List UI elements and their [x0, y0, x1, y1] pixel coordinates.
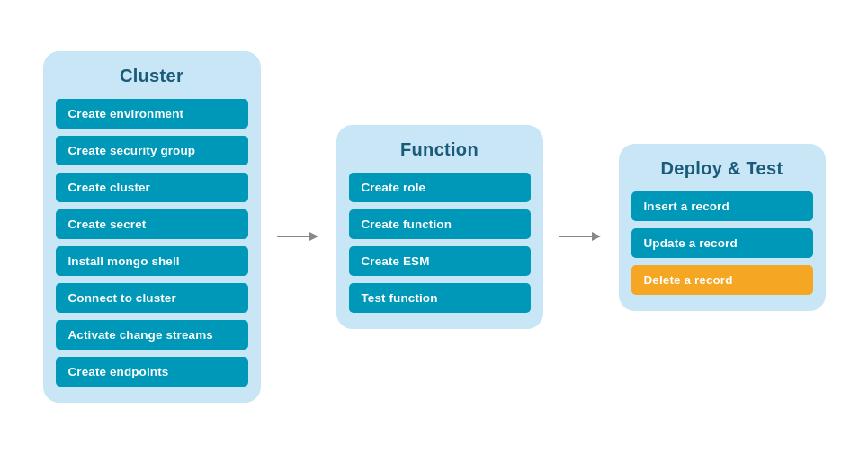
btn-create-environment[interactable]: Create environment [56, 99, 248, 129]
btn-delete-record[interactable]: Delete a record [631, 265, 813, 295]
btn-update-record[interactable]: Update a record [631, 228, 813, 258]
svg-marker-3 [592, 232, 601, 241]
btn-create-esm[interactable]: Create ESM [349, 246, 531, 276]
function-panel: Function Create role Create function Cre… [336, 125, 543, 329]
function-title: Function [400, 139, 479, 160]
deploy-panel: Deploy & Test Insert a record Update a r… [619, 144, 826, 311]
btn-create-function[interactable]: Create function [349, 209, 531, 239]
btn-create-role[interactable]: Create role [349, 173, 531, 202]
diagram: Cluster Create environment Create securi… [16, 33, 853, 421]
cluster-title: Cluster [120, 66, 183, 86]
btn-create-secret[interactable]: Create secret [56, 209, 248, 239]
btn-test-function[interactable]: Test function [349, 283, 531, 313]
btn-create-endpoints[interactable]: Create endpoints [56, 357, 248, 387]
btn-create-cluster[interactable]: Create cluster [56, 173, 248, 202]
svg-marker-1 [309, 232, 318, 241]
btn-create-security-group[interactable]: Create security group [56, 136, 248, 165]
arrow-cluster-to-function [261, 226, 336, 247]
btn-connect-to-cluster[interactable]: Connect to cluster [56, 283, 248, 313]
arrow-function-to-deploy [543, 226, 619, 247]
cluster-panel: Cluster Create environment Create securi… [43, 51, 261, 403]
deploy-title: Deploy & Test [661, 158, 783, 179]
btn-insert-record[interactable]: Insert a record [631, 191, 813, 221]
btn-activate-change-streams[interactable]: Activate change streams [56, 320, 248, 350]
btn-install-mongo-shell[interactable]: Install mongo shell [56, 246, 248, 276]
